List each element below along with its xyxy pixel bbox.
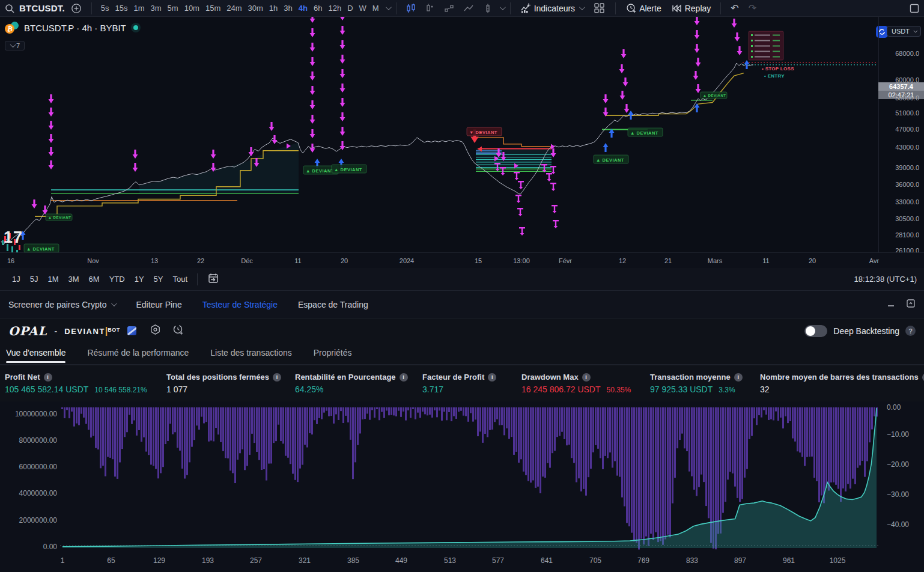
- performance-chart-pane[interactable]: 10000000.008000000.006000000.004000000.0…: [0, 401, 924, 572]
- help-icon[interactable]: ?: [905, 326, 916, 336]
- timeframe-1m[interactable]: 1m: [130, 4, 147, 13]
- strategy-settings-gear-icon[interactable]: [150, 324, 161, 338]
- performance-chart-canvas[interactable]: [0, 401, 924, 554]
- price-chart-pane[interactable]: ▲ DEVIANT▲ DEVIANT▲ DEVIANT▲ DEVIANT▼ DE…: [0, 17, 924, 268]
- range-1J[interactable]: 1J: [7, 272, 25, 286]
- timeframe-15s[interactable]: 15s: [112, 4, 131, 13]
- symbol-search-button[interactable]: BTCUSDT.: [19, 3, 65, 13]
- report-tab-4[interactable]: Propriétés: [314, 348, 352, 363]
- price-chart-canvas[interactable]: ▲ DEVIANT▲ DEVIANT▲ DEVIANT▲ DEVIANT▼ DE…: [0, 17, 878, 252]
- price-tick: 51000.0: [895, 109, 919, 117]
- info-icon[interactable]: i: [734, 373, 743, 382]
- indicators-button[interactable]: Indicateurs: [517, 1, 587, 16]
- entry-label[interactable]: • ENTRY: [764, 73, 785, 79]
- chart-type-line-icon[interactable]: [460, 3, 477, 14]
- timeframe-1h[interactable]: 1h: [266, 4, 281, 13]
- info-icon[interactable]: i: [488, 373, 496, 382]
- metric-block: Transaction moyennei97 925.33 USDT3.3%: [650, 373, 743, 394]
- metric-block: Total des positions ferméesi1 077: [166, 373, 281, 394]
- equity-axis-tick: 0.00: [12, 543, 57, 551]
- panel-tab-label: Testeur de Stratégie: [202, 300, 278, 309]
- range-6M[interactable]: 6M: [84, 272, 105, 286]
- panel-tab-3[interactable]: Testeur de Stratégie: [202, 300, 278, 309]
- timeframe-10m[interactable]: 10m: [181, 4, 202, 13]
- range-5J[interactable]: 5J: [25, 272, 43, 286]
- info-icon[interactable]: i: [273, 373, 281, 382]
- metric-label: Transaction moyenne: [650, 373, 731, 382]
- chart-type-chevron-icon[interactable]: [500, 4, 506, 10]
- legend-symbol[interactable]: BTCUSDT.P · 4h · BYBIT: [24, 23, 126, 33]
- trade-axis-tick: 257: [250, 556, 262, 565]
- goto-date-icon[interactable]: [202, 272, 224, 287]
- strategy-alert-icon[interactable]: [172, 324, 184, 338]
- timeframe-3m[interactable]: 3m: [148, 4, 165, 13]
- chart-type-bars-icon[interactable]: [422, 3, 439, 14]
- time-axis[interactable]: 16Nov1322Déc112020241513:00Févr1221Mars1…: [0, 252, 924, 268]
- report-tabs: Vue d'ensembleRésumé de la performanceLi…: [0, 343, 924, 365]
- indicators-chevron-icon[interactable]: [579, 4, 585, 10]
- time-tick: Avr: [869, 253, 879, 269]
- time-tick: 16: [7, 253, 14, 269]
- info-icon[interactable]: i: [44, 373, 52, 382]
- deep-backtesting-toggle[interactable]: [804, 325, 827, 337]
- market-status-icon[interactable]: [131, 23, 141, 32]
- panel-tab-2[interactable]: Editeur Pine: [136, 300, 181, 309]
- timeframe-24m[interactable]: 24m: [223, 4, 245, 13]
- layout-grid-icon[interactable]: [589, 3, 609, 13]
- indicator-lines: [35, 62, 876, 216]
- range-5Y[interactable]: 5Y: [149, 272, 168, 286]
- timeframe-M[interactable]: M: [369, 4, 382, 13]
- indicators-collapse-button[interactable]: 7: [5, 41, 25, 50]
- trade-axis-tick: 385: [347, 556, 359, 565]
- alert-button[interactable]: Alerte: [622, 1, 665, 16]
- report-tab-2[interactable]: Résumé de la performance: [87, 348, 189, 363]
- range-YTD[interactable]: YTD: [105, 272, 130, 286]
- chart-type-candles-icon[interactable]: [403, 3, 419, 14]
- panel-tab-4[interactable]: Espace de Trading: [298, 300, 368, 309]
- chart-legend[interactable]: ₿ BTCUSDT.P · 4h · BYBIT: [5, 22, 141, 34]
- timeframe-4h[interactable]: 4h: [296, 4, 311, 13]
- report-tab-1[interactable]: Vue d'ensemble: [6, 348, 65, 363]
- timeframe-12h[interactable]: 12h: [325, 4, 344, 13]
- timeframe-3h[interactable]: 3h: [281, 4, 295, 13]
- chart-type-step-icon[interactable]: [441, 3, 458, 14]
- strategy-name[interactable]: OPAL: [8, 324, 47, 338]
- timeframe-W[interactable]: W: [356, 4, 369, 13]
- timeframe-30m[interactable]: 30m: [245, 4, 266, 13]
- panel-tab-1[interactable]: Screener de paires Crypto: [8, 300, 115, 309]
- timeframe-5m[interactable]: 5m: [165, 4, 181, 13]
- replay-button[interactable]: Replay: [667, 1, 715, 16]
- redo-icon[interactable]: ↷: [745, 2, 760, 14]
- search-icon[interactable]: [5, 4, 14, 13]
- info-icon[interactable]: i: [582, 373, 591, 382]
- stop-loss-label[interactable]: • STOP LOSS: [762, 66, 794, 72]
- timeframe-15m[interactable]: 15m: [202, 4, 223, 13]
- timeframe-chevron-icon[interactable]: [386, 4, 392, 10]
- clock-timezone[interactable]: 18:12:38 (UTC+1): [854, 275, 917, 284]
- chart-type-volume-icon[interactable]: [479, 3, 496, 14]
- sell-arrow-icon: [340, 26, 345, 35]
- drawdown-axis-tick: 0.00: [887, 403, 901, 412]
- report-tab-3[interactable]: Liste des transactions: [210, 348, 291, 363]
- sell-arrow-icon: [49, 147, 54, 156]
- timeframe-5s[interactable]: 5s: [98, 4, 112, 13]
- price-axis[interactable]: 64357.4 02:47:21 68000.060000.055000.051…: [878, 17, 924, 252]
- compare-add-icon[interactable]: [71, 3, 82, 14]
- range-divider: [197, 273, 198, 285]
- timeframe-6h[interactable]: 6h: [311, 4, 325, 13]
- undo-icon[interactable]: ↶: [727, 2, 742, 14]
- range-3M[interactable]: 3M: [64, 272, 84, 286]
- fullscreen-icon[interactable]: [910, 4, 919, 13]
- minimize-panel-icon[interactable]: [887, 299, 895, 310]
- range-1M[interactable]: 1M: [43, 272, 63, 286]
- timeframe-D[interactable]: D: [344, 4, 356, 13]
- maximize-panel-icon[interactable]: [906, 299, 916, 311]
- price-tick: 36000.0: [895, 181, 919, 188]
- sell-arrow-icon: [695, 30, 700, 39]
- range-1Y[interactable]: 1Y: [130, 272, 149, 286]
- sell-arrow-icon: [49, 94, 54, 103]
- sell-arrow-icon: [737, 46, 743, 55]
- sell-arrow-icon: [310, 86, 315, 95]
- range-Tout[interactable]: Tout: [168, 272, 192, 286]
- info-icon[interactable]: i: [400, 373, 408, 382]
